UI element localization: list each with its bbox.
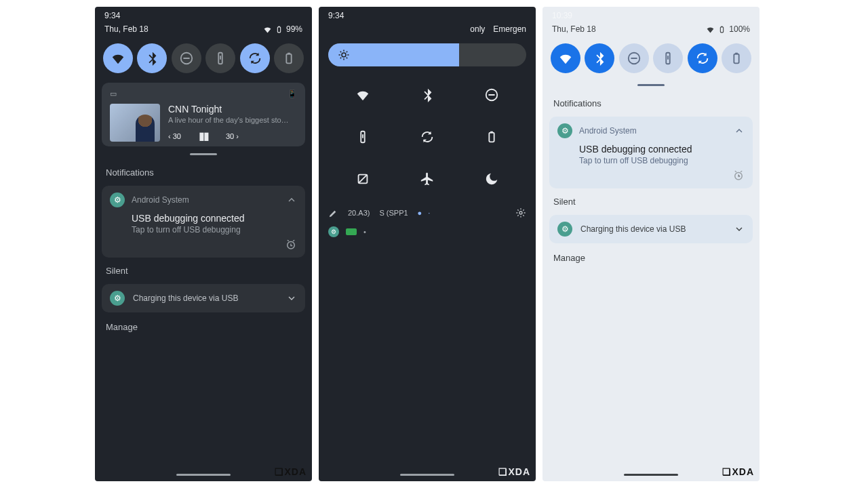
wifi-icon xyxy=(706,25,715,34)
shade-header: Thu, Feb 18 100% xyxy=(542,22,760,41)
qs-battery[interactable] xyxy=(477,122,507,152)
qs-wifi[interactable] xyxy=(348,80,378,110)
notification-charging[interactable]: ⚙ Charging this device via USB xyxy=(102,284,305,312)
nav-handle[interactable] xyxy=(176,474,231,476)
notification-charging[interactable]: ⚙ Charging this device via USB xyxy=(549,215,753,243)
clock: 10:39 xyxy=(552,11,572,20)
status-icons: 100% xyxy=(706,24,750,34)
media-pause[interactable]: ▮▮ xyxy=(199,129,208,142)
watermark: ❏XDA xyxy=(498,466,530,477)
notifications-header: Notifications xyxy=(542,93,760,114)
clock: 9:34 xyxy=(104,11,120,20)
date-label: Thu, Feb 18 xyxy=(104,24,149,34)
screenshot-dark-qs-expanded: 9:34 only Emergen 20.A3) xyxy=(319,7,536,481)
media-art xyxy=(110,104,160,142)
qs-bluetooth[interactable] xyxy=(585,43,614,73)
manage-button[interactable]: Manage xyxy=(95,315,312,339)
notifications-header: Notifications xyxy=(95,162,312,183)
chevron-down-icon[interactable] xyxy=(734,224,745,235)
watermark: ❏XDA xyxy=(722,466,754,477)
media-rewind[interactable]: ‹ 30 xyxy=(168,132,181,140)
media-forward[interactable]: 30 › xyxy=(226,132,239,140)
brightness-icon xyxy=(338,49,350,61)
media-subtitle: A live hour of the day's biggest stori… xyxy=(168,116,290,124)
android-system-icon: ⚙ xyxy=(557,123,572,138)
snooze-icon[interactable] xyxy=(285,239,297,251)
shade-header: Thu, Feb 18 99% xyxy=(95,22,312,41)
silent-header: Silent xyxy=(542,191,760,212)
qs-wifi[interactable] xyxy=(103,43,133,73)
screenshot-dark-shade: 9:34 Thu, Feb 18 99% ▭ 📱 xyxy=(95,7,312,481)
brightness-slider[interactable] xyxy=(328,43,526,66)
qs-bluetooth[interactable] xyxy=(137,43,167,73)
emergency-text: Emergen xyxy=(493,24,526,34)
qs-screencast[interactable] xyxy=(348,164,378,194)
notif-chip-icon xyxy=(346,228,357,235)
snooze-icon[interactable] xyxy=(732,169,745,182)
qs-wifi[interactable] xyxy=(551,43,580,73)
silent-item-label: Charging this device via USB xyxy=(580,224,686,234)
battery-pct: 100% xyxy=(729,24,750,34)
qs-autorotate[interactable] xyxy=(240,43,270,73)
android-system-icon: ⚙ xyxy=(328,226,339,237)
notification-usb[interactable]: ⚙ Android System USB debugging connected… xyxy=(102,186,305,258)
notif-title: USB debugging connected xyxy=(110,207,297,225)
nav-handle[interactable] xyxy=(400,474,454,476)
status-bar: 9:34 xyxy=(95,7,312,22)
page-dots: ● · xyxy=(418,209,433,217)
notif-subtitle: Tap to turn off USB debugging xyxy=(557,156,745,169)
notif-subtitle: Tap to turn off USB debugging xyxy=(110,225,297,239)
qs-flashlight[interactable] xyxy=(348,122,378,152)
notif-app-name: Android System xyxy=(132,195,189,205)
manage-button[interactable]: Manage xyxy=(542,246,760,270)
qs-battery[interactable] xyxy=(274,43,304,73)
screenshot-light-shade: 10:39 Thu, Feb 18 100% Notifications ⚙ A… xyxy=(542,7,760,481)
chevron-down-icon[interactable] xyxy=(286,293,297,304)
silent-header: Silent xyxy=(95,260,312,281)
wifi-icon xyxy=(263,25,272,34)
qs-dnd[interactable] xyxy=(477,80,507,110)
battery-pct: 99% xyxy=(286,24,302,34)
status-icons: 99% xyxy=(263,24,302,34)
qs-battery[interactable] xyxy=(722,43,751,73)
qs-tiles-row xyxy=(542,41,760,80)
notification-usb[interactable]: ⚙ Android System USB debugging connected… xyxy=(549,117,753,188)
android-system-icon: ⚙ xyxy=(110,291,125,306)
chevron-up-icon[interactable] xyxy=(286,195,297,205)
silent-item-label: Charging this device via USB xyxy=(133,293,238,303)
qs-tiles-row xyxy=(95,41,312,80)
qs-autorotate[interactable] xyxy=(688,43,717,73)
qs-tiles-grid xyxy=(319,75,536,203)
edit-icon[interactable] xyxy=(328,208,338,218)
notif-app-name: Android System xyxy=(579,126,637,136)
qs-dnd[interactable] xyxy=(172,43,201,73)
qs-bluetooth[interactable] xyxy=(412,80,442,110)
qs-flashlight[interactable] xyxy=(205,43,235,73)
qs-autorotate[interactable] xyxy=(412,122,442,152)
watermark: ❏XDA xyxy=(275,466,307,477)
carrier-text: only xyxy=(470,24,485,34)
shade-handle[interactable] xyxy=(190,153,217,155)
battery-icon xyxy=(717,25,726,34)
battery-icon xyxy=(275,25,283,34)
qs-dnd[interactable] xyxy=(619,43,649,73)
android-system-icon: ⚙ xyxy=(110,192,125,207)
media-card[interactable]: ▭ 📱 CNN Tonight A live hour of the day's… xyxy=(102,83,305,146)
qs-nightmode[interactable] xyxy=(477,164,507,194)
settings-icon[interactable] xyxy=(515,207,526,218)
chevron-up-icon[interactable] xyxy=(734,125,745,136)
qs-airplane[interactable] xyxy=(412,164,442,194)
media-source-icon: ▭ xyxy=(110,89,117,98)
nav-handle[interactable] xyxy=(624,474,678,476)
qs-flashlight[interactable] xyxy=(653,43,683,73)
notif-title: USB debugging connected xyxy=(557,138,745,156)
shade-header: only Emergen xyxy=(319,22,536,41)
build-text-b: S (SPP1 xyxy=(379,209,408,217)
date-label: Thu, Feb 18 xyxy=(552,24,596,34)
shade-handle[interactable] xyxy=(637,84,665,86)
media-title: CNN Tonight xyxy=(168,104,297,115)
build-text-a: 20.A3) xyxy=(348,209,370,217)
android-system-icon: ⚙ xyxy=(557,222,572,237)
collapsed-notifs[interactable]: ⚙ • xyxy=(319,222,536,241)
media-output-icon[interactable]: 📱 xyxy=(288,89,297,98)
